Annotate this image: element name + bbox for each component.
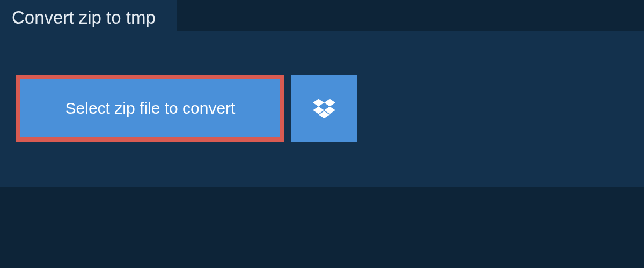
page-title: Convert zip to tmp <box>12 8 156 27</box>
action-row: Select zip file to convert <box>0 31 644 142</box>
dropbox-button[interactable] <box>291 75 357 142</box>
dropbox-icon <box>313 98 335 118</box>
select-file-button[interactable]: Select zip file to convert <box>16 75 284 142</box>
select-file-label: Select zip file to convert <box>65 99 236 117</box>
converter-panel: Convert zip to tmp Select zip file to co… <box>0 31 644 187</box>
page-title-tab: Convert zip to tmp <box>0 0 177 35</box>
